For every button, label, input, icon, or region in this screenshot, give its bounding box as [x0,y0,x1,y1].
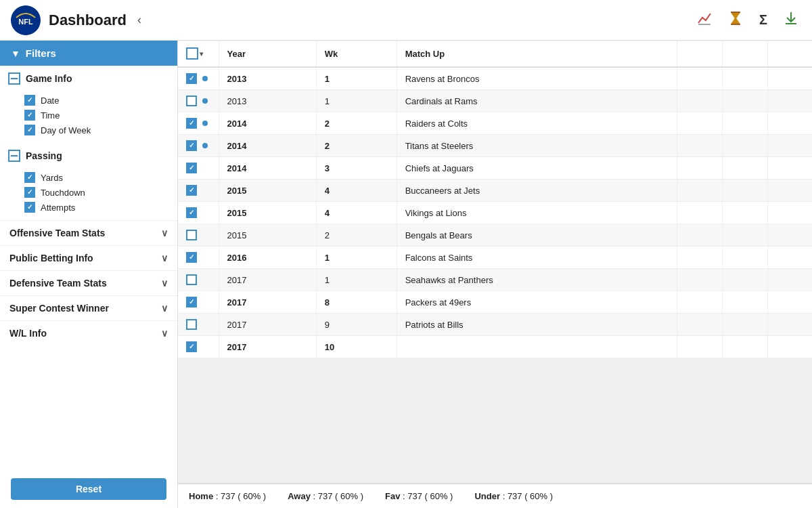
wl-info-label: W/L Info [9,328,47,339]
attempts-checkbox[interactable]: ✓ [24,202,35,213]
touchdown-checkbox[interactable]: ✓ [24,187,35,198]
row-checkbox[interactable]: ✓ [186,297,197,308]
row-checkbox[interactable]: ✓ [186,163,197,173]
row-empty-col [723,314,768,336]
reset-button[interactable]: Reset [11,478,166,500]
table-row: ✓201710 [178,336,812,358]
app-header: NFL Dashboard ‹ Σ [0,0,812,41]
row-checkbox[interactable] [186,230,197,240]
row-week: 9 [316,314,397,336]
row-year: 2017 [219,336,316,358]
row-empty-col [723,157,768,179]
row-dot [202,121,208,126]
row-checkbox-cell: ✓ [178,112,219,135]
table-row: ✓20142Titans at Steelers [178,135,812,157]
select-all-checkbox[interactable] [186,47,198,60]
game-info-section-header[interactable]: — Game Info [0,66,177,91]
public-betting-info-header[interactable]: Public Betting Info ∨ [0,245,177,270]
svg-marker-3 [731,12,740,24]
row-empty-col [767,157,812,179]
game-info-checkbox[interactable]: — [8,72,20,85]
table-container[interactable]: ▾ Year Wk Match Up ✓20131Ravens at Bronc… [178,41,812,483]
row-empty-col [723,202,768,224]
footer-away-value: 737 ( 60% ) [318,491,363,501]
row-checkbox[interactable]: ✓ [186,140,197,151]
footer-home-separator: : [216,491,221,501]
th-col5 [677,41,723,67]
table-row: 20171Seahawks at Panthers [178,269,812,291]
row-checkbox[interactable] [186,96,197,106]
row-matchup: Ravens at Broncos [397,67,677,90]
chart-icon-button[interactable] [694,8,715,32]
time-checkbox[interactable]: ✓ [24,110,35,121]
download-icon-button[interactable] [781,8,801,33]
row-empty-col [767,90,812,112]
footer: Home : 737 ( 60% ) Away : 737 ( 60% ) Fa… [178,483,812,508]
row-checkbox[interactable]: ✓ [186,73,197,84]
row-year: 2014 [219,112,316,135]
row-empty-col [677,336,723,358]
row-year: 2014 [219,157,316,179]
th-checkbox[interactable]: ▾ [178,41,219,67]
row-week: 1 [316,269,397,291]
collapse-button[interactable]: ‹ [135,10,144,30]
row-empty-col [723,135,768,157]
row-week: 1 [316,67,397,90]
footer-under: Under : 737 ( 60% ) [474,491,553,501]
row-checkbox[interactable]: ✓ [186,207,197,218]
row-checkbox[interactable] [186,274,197,285]
row-empty-col [723,90,768,112]
row-empty-col [677,224,723,247]
row-checkbox-cell: ✓ [178,247,219,269]
offensive-team-stats-header[interactable]: Offensive Team Stats ∨ [0,220,177,245]
select-all-dropdown[interactable]: ▾ [200,50,203,58]
row-checkbox[interactable]: ✓ [186,341,197,352]
row-empty-col [677,202,723,224]
table-row: 20179Patriots at Bills [178,314,812,336]
day-of-week-checkbox[interactable]: ✓ [24,125,35,135]
footer-fav-value: 737 ( 60% ) [407,491,453,501]
footer-under-value: 737 ( 60% ) [508,491,553,501]
main-content: ▾ Year Wk Match Up ✓20131Ravens at Bronc… [178,41,812,508]
row-matchup: Cardinals at Rams [397,90,677,112]
row-empty-col [723,179,768,202]
row-matchup: Titans at Steelers [397,135,677,157]
wl-info-chevron: ∨ [161,328,168,339]
row-checkbox[interactable]: ✓ [186,118,197,129]
row-empty-col [767,247,812,269]
row-checkbox-cell [178,90,219,112]
row-week: 3 [316,157,397,179]
passing-checkbox[interactable]: — [8,150,20,162]
th-year: Year [219,41,316,67]
row-week: 8 [316,291,397,314]
day-of-week-item: ✓ Day of Week [24,123,169,137]
hourglass-icon-button[interactable] [725,8,746,32]
row-empty-col [723,269,768,291]
row-empty-col [677,157,723,179]
row-checkbox-cell: ✓ [178,157,219,179]
date-item: ✓ Date [24,93,169,108]
super-contest-winner-header[interactable]: Super Contest Winner ∨ [0,295,177,320]
row-empty-col [723,224,768,247]
table-row: ✓20178Packers at 49ers [178,291,812,314]
row-empty-col [677,269,723,291]
row-checkbox-cell: ✓ [178,67,219,90]
yards-checkbox[interactable]: ✓ [24,172,35,183]
row-empty-col [723,291,768,314]
row-week: 1 [316,90,397,112]
row-matchup: Buccaneers at Jets [397,179,677,202]
row-year: 2013 [219,67,316,90]
row-checkbox[interactable] [186,319,197,330]
row-checkbox[interactable]: ✓ [186,185,197,196]
wl-info-header[interactable]: W/L Info ∨ [0,320,177,345]
row-empty-col [677,90,723,112]
row-checkbox[interactable]: ✓ [186,252,197,263]
footer-home-value: 737 ( 60% ) [221,491,266,501]
defensive-team-stats-header[interactable]: Defensive Team Stats ∨ [0,270,177,295]
row-empty-col [677,247,723,269]
date-checkbox[interactable]: ✓ [24,95,35,106]
table-header-row: ▾ Year Wk Match Up [178,41,812,67]
sigma-icon-button[interactable]: Σ [757,9,770,30]
passing-section-header[interactable]: — Passing [0,143,177,169]
footer-fav-label: Fav [385,491,400,501]
